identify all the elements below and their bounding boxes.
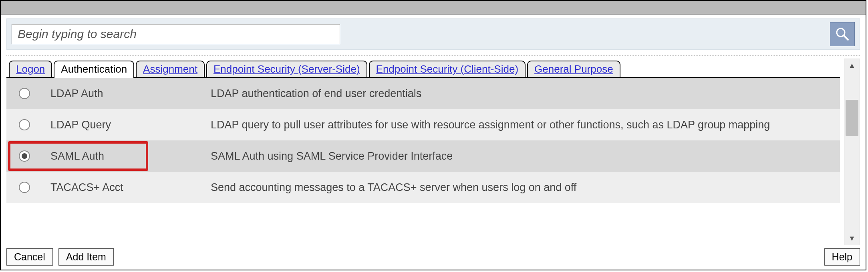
dialog-window: Logon Authentication Assignment Endpoint… xyxy=(0,0,866,270)
radio-cell xyxy=(6,88,42,99)
left-column: Logon Authentication Assignment Endpoint… xyxy=(6,59,840,245)
tab-authentication[interactable]: Authentication xyxy=(54,61,134,78)
radio-cell xyxy=(6,150,42,162)
scroll-down-icon[interactable]: ▼ xyxy=(844,232,860,245)
tab-bar: Logon Authentication Assignment Endpoint… xyxy=(6,59,840,77)
scroll-thumb[interactable] xyxy=(846,100,858,136)
radio-cell xyxy=(6,119,42,130)
search-bar xyxy=(6,18,860,50)
content-area: Logon Authentication Assignment Endpoint… xyxy=(1,14,866,270)
radio-ldap-auth[interactable] xyxy=(19,88,30,99)
radio-ldap-query[interactable] xyxy=(19,119,30,130)
footer: Cancel Add Item Help xyxy=(6,245,860,266)
option-desc: LDAP query to pull user attributes for u… xyxy=(211,119,840,131)
tab-logon[interactable]: Logon xyxy=(9,61,52,78)
search-button[interactable] xyxy=(830,22,855,46)
auth-options-list: LDAP Auth LDAP authentication of end use… xyxy=(6,78,840,203)
radio-saml-auth[interactable] xyxy=(19,150,30,162)
search-input[interactable] xyxy=(12,24,340,44)
tab-endpoint-client[interactable]: Endpoint Security (Client-Side) xyxy=(369,61,526,78)
separator xyxy=(6,55,860,56)
table-row[interactable]: TACACS+ Acct Send accounting messages to… xyxy=(6,172,840,203)
option-name: LDAP Query xyxy=(42,119,211,131)
option-desc: LDAP authentication of end user credenti… xyxy=(211,87,840,100)
tab-endpoint-server[interactable]: Endpoint Security (Server-Side) xyxy=(206,61,367,78)
scroll-up-icon[interactable]: ▲ xyxy=(844,59,860,72)
radio-tacacs-acct[interactable] xyxy=(19,182,30,193)
table-row[interactable]: LDAP Query LDAP query to pull user attri… xyxy=(6,109,840,140)
svg-line-1 xyxy=(844,36,848,40)
option-name: TACACS+ Acct xyxy=(42,181,211,194)
tab-general-purpose[interactable]: General Purpose xyxy=(527,61,620,78)
table-row[interactable]: SAML Auth SAML Auth using SAML Service P… xyxy=(6,140,840,172)
cancel-button[interactable]: Cancel xyxy=(6,248,53,266)
add-item-button[interactable]: Add Item xyxy=(58,248,114,266)
help-button[interactable]: Help xyxy=(824,248,860,266)
scrollbar[interactable]: ▲ ▼ xyxy=(844,59,860,245)
option-name: LDAP Auth xyxy=(42,87,211,100)
titlebar xyxy=(1,1,866,14)
option-desc: SAML Auth using SAML Service Provider In… xyxy=(211,150,840,162)
radio-cell xyxy=(6,182,42,193)
scroll-track[interactable] xyxy=(844,72,860,232)
option-desc: Send accounting messages to a TACACS+ se… xyxy=(211,181,840,194)
option-name: SAML Auth xyxy=(42,150,211,162)
table-row[interactable]: LDAP Auth LDAP authentication of end use… xyxy=(6,78,840,109)
tab-assignment[interactable]: Assignment xyxy=(136,61,205,78)
search-icon xyxy=(834,26,850,42)
main-area: Logon Authentication Assignment Endpoint… xyxy=(6,59,860,245)
